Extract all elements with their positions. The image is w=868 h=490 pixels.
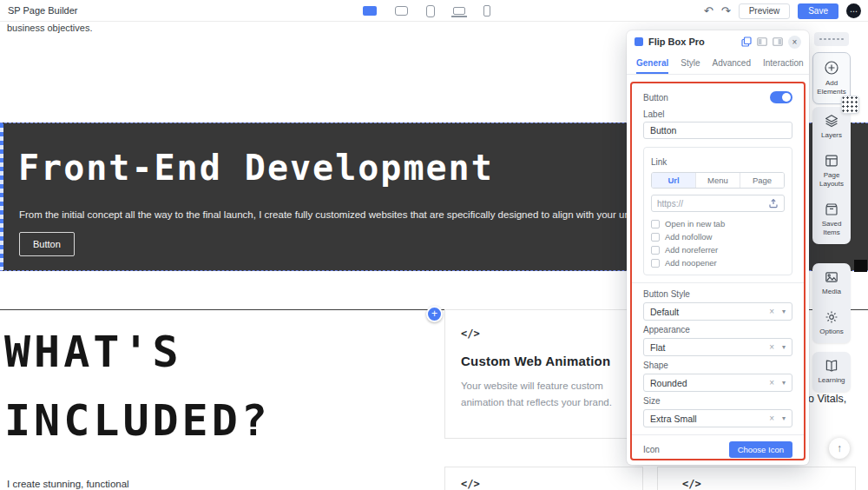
whats-included-line1[interactable]: WHAT'S (4, 318, 271, 387)
tablet-landscape-preview-icon[interactable] (395, 6, 408, 16)
general-settings-highlighted-group: Button Label Link Url Menu Page (630, 82, 806, 460)
button-toggle-label: Button (643, 93, 668, 103)
link-field-group: Link Url Menu Page Open in new tab (643, 147, 792, 275)
tab-general[interactable]: General (636, 53, 668, 74)
choose-icon-button[interactable]: Choose Icon (729, 441, 792, 458)
book-icon (825, 359, 838, 373)
more-options-button[interactable]: ⋯ (846, 3, 861, 18)
section-selection-edge (0, 123, 3, 270)
appearance-label: Appearance (643, 325, 792, 334)
gear-icon (825, 310, 838, 324)
addon-icon (635, 37, 643, 46)
link-type-page[interactable]: Page (740, 173, 784, 188)
code-icon: </> (461, 478, 480, 490)
grid-options-button[interactable] (841, 96, 859, 114)
hero-title[interactable]: Front-End Development (18, 148, 494, 188)
scroll-to-top-button[interactable]: ↑ (829, 438, 850, 459)
size-select[interactable]: Extra Small × ▾ (643, 409, 792, 427)
tab-interaction[interactable]: Interaction (763, 53, 804, 74)
sidebar-item-saved-items[interactable]: Saved Items (812, 195, 851, 244)
icon-label: Icon (643, 445, 660, 454)
sidebar-group-structure: Layers Page Layouts Saved Items (812, 107, 851, 244)
open-in-new-tab-checkbox[interactable] (651, 220, 660, 228)
clear-icon[interactable]: × (769, 414, 774, 423)
clear-icon[interactable]: × (769, 378, 774, 387)
add-nofollow-checkbox[interactable] (651, 233, 660, 242)
shape-select[interactable]: Rounded × ▾ (643, 374, 792, 392)
feature-card-partial-left[interactable]: </> (444, 467, 643, 490)
checkbox-add-nofollow: Add nofollow (651, 232, 785, 242)
flip-box-pro-settings-panel: Flip Box Pro × General Style Advanced In… (627, 30, 809, 465)
shape-group: Shape Rounded × ▾ (643, 361, 792, 392)
undo-icon[interactable]: ↶ (704, 5, 713, 17)
close-icon[interactable]: × (788, 36, 801, 49)
button-style-select[interactable]: Default × ▾ (643, 302, 792, 321)
save-button[interactable]: Save (798, 3, 838, 19)
panel-title: Flip Box Pro (648, 36, 736, 47)
canvas-text-fragment-top[interactable]: business objectives. (7, 23, 92, 33)
label-field-group: Label (643, 109, 792, 139)
button-label-input[interactable] (643, 122, 792, 139)
appearance-select[interactable]: Flat × ▾ (643, 338, 792, 356)
size-label: Size (643, 396, 792, 406)
device-preview-switcher (363, 0, 490, 22)
duplicate-icon[interactable] (741, 36, 752, 47)
tab-advanced[interactable]: Advanced (712, 53, 750, 74)
feature-card-body[interactable]: Your website will feature custom animati… (461, 378, 628, 411)
url-input-row (651, 195, 785, 212)
desktop-preview-icon[interactable] (363, 6, 377, 16)
sidebar-item-learning[interactable]: Learning (812, 352, 851, 392)
whats-included-line2[interactable]: INCLUDED? (4, 387, 271, 455)
panel-tabs: General Style Advanced Interaction (627, 53, 809, 75)
clear-icon[interactable]: × (769, 342, 774, 352)
add-row-button[interactable]: + (426, 306, 443, 322)
feature-card-title[interactable]: Custom Web Animation (461, 354, 610, 368)
feature-card[interactable]: </> Custom Web Animation Your website wi… (444, 309, 643, 439)
shape-label: Shape (643, 361, 792, 370)
hero-button[interactable]: Button (19, 232, 75, 256)
button-toggle[interactable] (770, 91, 792, 103)
dock-right-icon[interactable] (773, 37, 783, 46)
whats-included-heading[interactable]: WHAT'S INCLUDED? (4, 318, 271, 455)
checkbox-open-in-new-tab: Open in new tab (651, 219, 785, 228)
button-style-label: Button Style (643, 289, 792, 299)
sidebar-item-page-layouts[interactable]: Page Layouts (812, 147, 851, 195)
chevron-down-icon: ▾ (782, 414, 786, 422)
sidebar-group-help: Learning (812, 352, 851, 392)
sidebar-item-media[interactable]: Media (812, 263, 851, 303)
section-resize-handle[interactable] (854, 260, 867, 272)
link-type-segmented-control: Url Menu Page (651, 172, 785, 189)
toolbar-actions: ↶ ↷ Preview Save ⋯ (704, 0, 861, 22)
icon-field-group: Icon Choose Icon (643, 441, 792, 458)
size-group: Size Extra Small × ▾ (643, 396, 792, 427)
preview-button[interactable]: Preview (739, 3, 791, 19)
dock-left-icon[interactable] (757, 37, 767, 46)
redo-icon[interactable]: ↷ (721, 5, 731, 17)
chevron-down-icon: ▾ (782, 379, 786, 387)
url-input[interactable] (657, 199, 765, 209)
clear-icon[interactable]: × (769, 307, 774, 316)
link-option-checkboxes: Open in new tab Add nofollow Add norefer… (651, 219, 785, 268)
mobile-preview-icon[interactable] (483, 5, 490, 17)
saved-items-icon (825, 202, 838, 216)
laptop-preview-icon[interactable] (453, 7, 465, 15)
link-label: Link (651, 157, 667, 167)
sidebar-drag-handle[interactable] (814, 32, 849, 46)
panel-header: Flip Box Pro × (627, 30, 809, 53)
tab-style[interactable]: Style (681, 53, 700, 74)
link-type-url[interactable]: Url (652, 173, 695, 188)
canvas-text-fragment-bottom[interactable]: I create stunning, functional (7, 479, 129, 489)
plus-circle-icon (824, 60, 839, 76)
add-noopener-checkbox[interactable] (651, 259, 660, 268)
tablet-portrait-preview-icon[interactable] (426, 5, 435, 17)
sidebar-item-options[interactable]: Options (812, 303, 851, 343)
app-title: SP Page Builder (8, 5, 78, 16)
upload-icon[interactable] (768, 198, 779, 209)
add-noreferrer-checkbox[interactable] (651, 246, 660, 255)
label-field-label: Label (643, 109, 792, 119)
media-icon (825, 270, 838, 284)
code-icon: </> (461, 328, 480, 340)
chevron-down-icon: ▾ (782, 308, 786, 315)
button-style-group: Button Style Default × ▾ (643, 289, 792, 321)
link-type-menu[interactable]: Menu (695, 173, 740, 188)
